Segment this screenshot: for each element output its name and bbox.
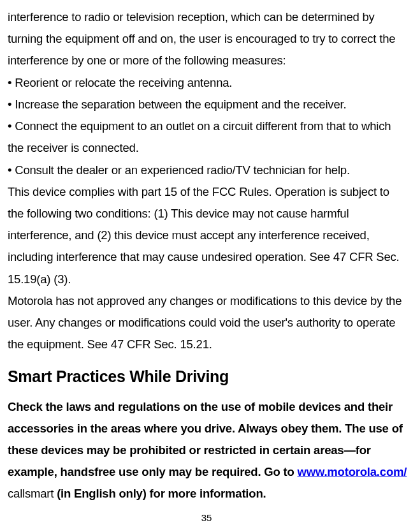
- bullet-item-2: • Increase the separation between the eq…: [8, 94, 408, 115]
- intro-paragraph: interference to radio or television rece…: [8, 6, 408, 72]
- driving-paragraph: Check the laws and regulations on the us…: [8, 396, 408, 505]
- motorola-link[interactable]: www.motorola.com/: [298, 465, 407, 478]
- page-number: 35: [0, 512, 413, 523]
- modifications-paragraph: Motorola has not approved any changes or…: [8, 290, 408, 356]
- bullet-item-1: • Reorient or relocate the receiving ant…: [8, 72, 408, 94]
- driving-text-mid: callsmart: [8, 487, 57, 500]
- compliance-paragraph: This device complies with part 15 of the…: [8, 181, 408, 290]
- section-heading: Smart Practices While Driving: [8, 367, 408, 386]
- bullet-item-4: • Consult the dealer or an experienced r…: [8, 159, 408, 181]
- bullet-item-3: • Connect the equipment to an outlet on …: [8, 115, 408, 159]
- driving-text-post: (in English only) for more information.: [57, 487, 266, 500]
